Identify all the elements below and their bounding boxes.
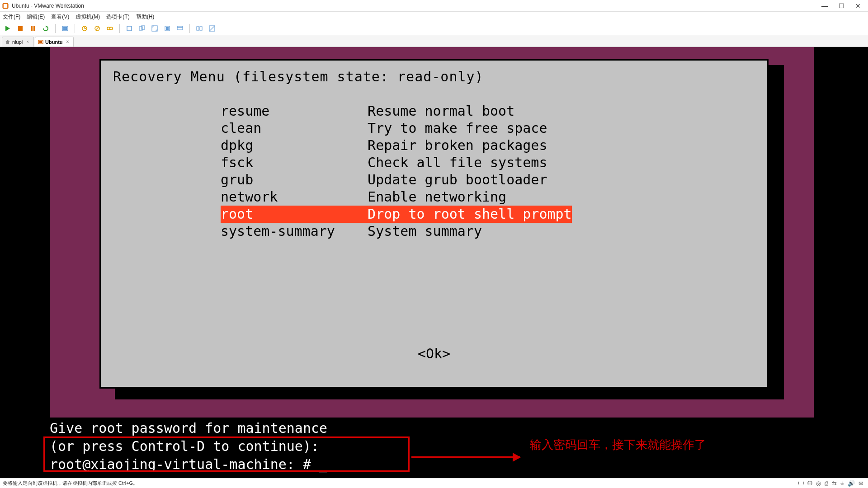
vm-icon — [38, 39, 43, 45]
send-ctrl-alt-del-button[interactable] — [60, 23, 70, 33]
recovery-menu: Recovery Menu (filesystem state: read-on… — [99, 59, 769, 389]
restart-button[interactable] — [41, 23, 51, 33]
titlebar: Ubuntu - VMware Workstation — ☐ ✕ — [0, 0, 868, 12]
app-icon — [2, 2, 9, 9]
menubar: 文件(F) 编辑(E) 查看(V) 虚拟机(M) 选项卡(T) 帮助(H) — [0, 12, 868, 22]
recovery-menu-item-resume[interactable]: resume Resume normal boot — [221, 103, 755, 120]
stop-button[interactable] — [15, 23, 25, 33]
svg-rect-23 — [177, 27, 183, 28]
svg-rect-29 — [39, 41, 42, 43]
recovery-menu-item-grub[interactable]: grub Update grub bootloader — [221, 171, 755, 188]
play-button[interactable] — [3, 23, 13, 33]
network-icon[interactable]: ⇆ — [832, 480, 837, 487]
svg-rect-17 — [139, 27, 142, 30]
snapshot-button[interactable] — [80, 23, 90, 33]
svg-marker-2 — [5, 26, 10, 31]
svg-rect-5 — [33, 26, 35, 31]
menu-help[interactable]: 帮助(H) — [136, 13, 155, 21]
window-controls: — ☐ ✕ — [821, 2, 866, 9]
terminal-line: (or press Control-D to continue): — [50, 437, 327, 455]
usb-icon[interactable]: ⏚ — [840, 480, 844, 487]
fullscreen-button[interactable] — [150, 23, 160, 33]
svg-line-13 — [96, 27, 99, 30]
monitor-icon[interactable]: 🖵 — [798, 480, 804, 487]
status-hint: 要将输入定向到该虚拟机，请在虚拟机内部单击或按 Ctrl+G。 — [3, 480, 138, 487]
statusbar: 要将输入定向到该虚拟机，请在虚拟机内部单击或按 Ctrl+G。 🖵 ⛁ ◎ ⎙ … — [0, 478, 868, 488]
window-title: Ubuntu - VMware Workstation — [12, 3, 84, 9]
terminal-line: Give root password for maintenance — [50, 419, 327, 437]
minimize-button[interactable]: — — [821, 2, 828, 9]
multi-window-button[interactable] — [137, 23, 147, 33]
console-view-button[interactable] — [175, 23, 185, 33]
annotation-text: 输入密码回车，接下来就能操作了 — [530, 437, 706, 453]
tab-close-icon[interactable]: × — [66, 39, 69, 44]
snapshot-revert-button[interactable] — [92, 23, 102, 33]
recovery-menu-item-clean[interactable]: clean Try to make free space — [221, 120, 755, 137]
maximize-button[interactable]: ☐ — [839, 2, 844, 9]
tab-label: niupi — [12, 39, 23, 45]
snapshot-manager-button[interactable] — [105, 23, 115, 33]
svg-rect-21 — [166, 27, 169, 30]
tab-label: Ubuntu — [45, 39, 62, 45]
recovery-menu-item-network[interactable]: network Enable networking — [221, 188, 755, 206]
tab-niupi[interactable]: niupi × — [2, 37, 34, 47]
close-button[interactable]: ✕ — [855, 2, 861, 9]
recovery-ok-button[interactable]: <Ok> — [101, 346, 767, 361]
svg-point-14 — [107, 27, 110, 30]
menu-edit[interactable]: 编辑(E) — [27, 13, 45, 21]
disk-icon[interactable]: ⛁ — [807, 480, 812, 487]
single-window-button[interactable] — [124, 23, 134, 33]
status-icons: 🖵 ⛁ ◎ ⎙ ⇆ ⏚ 🔊 ✉ — [798, 480, 865, 487]
recovery-menu-list[interactable]: resume Resume normal bootclean Try to ma… — [221, 103, 755, 240]
tab-close-icon[interactable]: × — [26, 39, 29, 44]
svg-rect-18 — [142, 26, 145, 29]
svg-rect-22 — [177, 26, 183, 30]
recovery-menu-item-dpkg[interactable]: dpkg Repair broken packages — [221, 137, 755, 154]
svg-rect-24 — [197, 27, 199, 30]
recovery-menu-item-root[interactable]: root Drop to root shell prompt — [221, 206, 572, 223]
cd-icon[interactable]: ◎ — [816, 480, 821, 487]
svg-rect-1 — [4, 4, 7, 8]
pause-button[interactable] — [28, 23, 38, 33]
svg-rect-16 — [127, 26, 132, 31]
recovery-menu-item-fsck[interactable]: fsck Check all file systems — [221, 154, 755, 171]
menu-file[interactable]: 文件(F) — [3, 13, 20, 21]
svg-marker-6 — [46, 25, 47, 28]
svg-rect-8 — [63, 27, 67, 30]
svg-rect-25 — [200, 27, 202, 30]
svg-line-27 — [209, 26, 215, 31]
recovery-menu-item-system-summary[interactable]: system-summary System summary — [221, 223, 755, 240]
thumbnail-button[interactable] — [194, 23, 204, 33]
sound-icon[interactable]: 🔊 — [848, 480, 855, 487]
tab-ubuntu[interactable]: Ubuntu × — [35, 37, 74, 47]
svg-point-15 — [110, 27, 113, 30]
home-icon — [5, 39, 10, 45]
menu-view[interactable]: 查看(V) — [51, 13, 69, 21]
vm-display[interactable]: Recovery Menu (filesystem state: read-on… — [0, 47, 868, 478]
unity-button[interactable] — [162, 23, 172, 33]
terminal-output: Give root password for maintenance (or p… — [50, 419, 327, 474]
message-icon[interactable]: ✉ — [859, 480, 863, 487]
menu-vm[interactable]: 虚拟机(M) — [75, 13, 100, 21]
svg-rect-3 — [18, 26, 23, 31]
menu-tabs[interactable]: 选项卡(T) — [106, 13, 129, 21]
svg-rect-4 — [31, 26, 33, 31]
printer-icon[interactable]: ⎙ — [825, 480, 828, 487]
annotation-arrow — [411, 456, 520, 458]
toolbar — [0, 22, 868, 35]
stretch-button[interactable] — [207, 23, 217, 33]
tabbar: niupi × Ubuntu × — [0, 35, 868, 47]
terminal-line: root@xiaojing-virtual-machine: # _ — [50, 455, 327, 474]
recovery-title: Recovery Menu (filesystem state: read-on… — [113, 69, 755, 84]
